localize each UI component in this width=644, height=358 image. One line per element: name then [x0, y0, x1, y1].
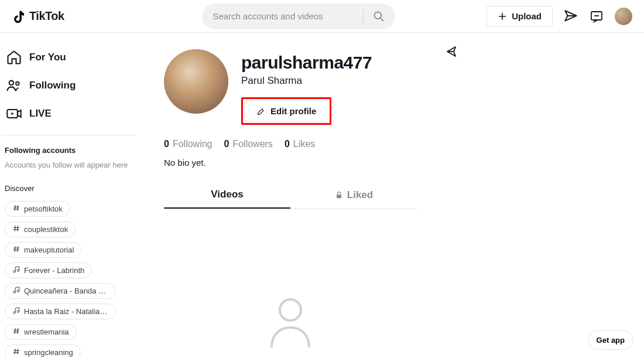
empty-state [164, 209, 417, 350]
inbox-button[interactable] [589, 9, 604, 24]
following-accounts-title: Following accounts [5, 146, 136, 155]
header: TikTok Upload [0, 0, 644, 33]
tiktok-icon [12, 8, 28, 25]
discover-chip-label: wrestlemania [24, 328, 69, 336]
tiktok-logo[interactable]: TikTok [12, 8, 64, 25]
search-icon [373, 11, 385, 22]
share-button[interactable] [445, 45, 459, 61]
discover-chip[interactable]: Hasta la Raiz - Natalia Laf... [5, 304, 116, 319]
discover-chip[interactable]: couplestiktok [5, 221, 76, 237]
svg-point-5 [16, 82, 19, 86]
content: For You Following LIVE Fol [0, 33, 644, 358]
lock-icon [334, 190, 344, 200]
tab-liked-label: Liked [347, 189, 373, 201]
discover-chip[interactable]: springcleaning [5, 345, 81, 359]
nav-for-you[interactable]: For You [1, 43, 136, 71]
discover-chip-label: couplestiktok [24, 225, 68, 234]
profile-top: parulsharma477 Parul Sharma Edit profile [164, 49, 644, 125]
tab-videos[interactable]: Videos [164, 182, 290, 209]
display-name: Parul Sharma [241, 75, 372, 87]
edit-profile-button[interactable]: Edit profile [244, 100, 328, 122]
name-block: parulsharma477 Parul Sharma Edit profile [241, 49, 372, 125]
edit-profile-highlight: Edit profile [241, 97, 331, 125]
discover-title: Discover [5, 184, 136, 193]
brand-text: TikTok [29, 9, 64, 23]
hashtag-icon [12, 245, 20, 255]
followers-label: Followers [232, 139, 272, 149]
send-icon [563, 9, 578, 24]
discover-chip-label: springcleaning [24, 348, 73, 357]
home-icon [6, 49, 22, 66]
profile-stats: 0Following 0Followers 0Likes [164, 139, 644, 149]
nav-following[interactable]: Following [1, 71, 136, 100]
svg-rect-7 [337, 195, 341, 198]
search-divider [363, 9, 364, 24]
discover-chips: petsoftiktokcouplestiktokmakeuptutorialF… [5, 201, 136, 359]
tab-liked[interactable]: Liked [290, 182, 417, 209]
likes-label: Likes [293, 139, 315, 149]
discover-chip[interactable]: Quinceañera - Banda Ma... [5, 283, 116, 299]
upload-label: Upload [512, 11, 542, 21]
tab-videos-label: Videos [211, 189, 243, 200]
profile-main: parulsharma477 Parul Sharma Edit profile [141, 33, 644, 358]
nav-label: Following [29, 80, 76, 91]
username: parulsharma477 [241, 53, 372, 73]
music-icon [12, 265, 20, 275]
edit-profile-label: Edit profile [270, 106, 316, 116]
followers-count: 0 [224, 139, 229, 149]
person-placeholder-icon [267, 297, 314, 350]
edit-icon [256, 107, 266, 116]
live-icon [6, 105, 22, 122]
discover-chip-label: Forever - Labrinth [24, 266, 84, 275]
following-count: 0 [164, 139, 169, 149]
user-avatar-small[interactable] [615, 8, 632, 25]
stat-following[interactable]: 0Following [164, 139, 213, 149]
plus-icon [498, 12, 507, 21]
people-icon [6, 77, 22, 94]
search-bar[interactable] [202, 4, 395, 29]
discover-chip[interactable]: petsoftiktok [5, 201, 70, 217]
following-accounts-note: Accounts you follow will appear here [5, 159, 136, 171]
following-label: Following [173, 139, 213, 149]
search-input[interactable] [213, 11, 359, 21]
hashtag-icon [12, 204, 20, 214]
search-button[interactable] [367, 5, 390, 28]
music-icon [12, 286, 20, 296]
search-wrap [111, 4, 487, 29]
share-icon [445, 45, 459, 59]
nav-live[interactable]: LIVE [1, 100, 136, 128]
sidebar: For You Following LIVE Fol [0, 33, 141, 358]
get-app-label: Get app [597, 336, 625, 345]
discover-chip[interactable]: Forever - Labrinth [5, 262, 92, 278]
profile-avatar[interactable] [164, 49, 228, 114]
stat-likes[interactable]: 0Likes [285, 139, 315, 149]
nav-list: For You Following LIVE [1, 43, 136, 135]
discover-chip[interactable]: makeuptutorial [5, 242, 81, 258]
discover-chip-label: makeuptutorial [24, 246, 74, 254]
upload-button[interactable]: Upload [487, 6, 553, 27]
discover-chip[interactable]: wrestlemania [5, 324, 77, 340]
discover-section: Discover petsoftiktokcouplestiktokmakeup… [5, 184, 136, 359]
discover-chip-label: petsoftiktok [24, 204, 63, 213]
header-right: Upload [487, 6, 632, 27]
profile-tabs: Videos Liked [164, 182, 417, 209]
hashtag-icon [12, 327, 20, 337]
discover-chip-label: Quinceañera - Banda Ma... [24, 287, 108, 295]
get-app-button[interactable]: Get app [588, 330, 633, 350]
hashtag-icon [12, 224, 20, 234]
stat-followers[interactable]: 0Followers [224, 139, 273, 149]
nav-label: LIVE [29, 108, 52, 120]
nav-label: For You [29, 52, 66, 63]
svg-point-8 [280, 299, 301, 321]
profile-bio: No bio yet. [164, 158, 644, 168]
inbox-icon [590, 9, 604, 23]
svg-line-1 [381, 18, 383, 21]
svg-point-4 [9, 81, 13, 85]
music-icon [12, 306, 20, 316]
discover-chip-label: Hasta la Raiz - Natalia Laf... [24, 307, 108, 316]
hashtag-icon [12, 347, 20, 357]
likes-count: 0 [285, 139, 290, 149]
messages-button[interactable] [563, 9, 578, 24]
